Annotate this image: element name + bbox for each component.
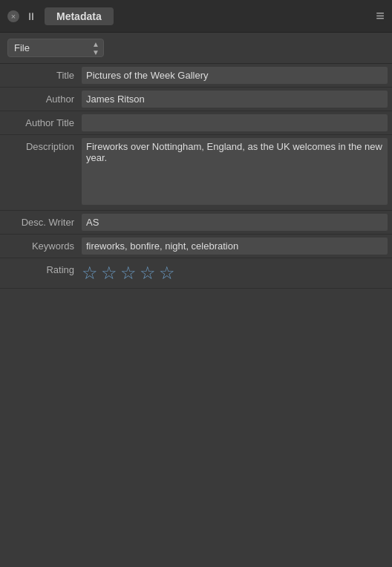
pause-icon: ⏸ <box>26 10 36 22</box>
keywords-value-cell <box>82 235 392 258</box>
panel-title: Metadata <box>45 7 114 25</box>
rating-label: Rating <box>0 258 82 289</box>
titlebar: × ⏸ Metadata ≡ <box>0 0 392 33</box>
rating-row: Rating ☆ ☆ ☆ ☆ ☆ <box>0 258 392 289</box>
keywords-row: Keywords <box>0 235 392 258</box>
title-input[interactable] <box>82 67 388 84</box>
author-title-row: Author Title <box>0 111 392 135</box>
star-1[interactable]: ☆ <box>82 264 98 282</box>
description-value-cell <box>82 135 392 211</box>
desc-writer-row: Desc. Writer <box>0 211 392 235</box>
title-row: Title <box>0 64 392 88</box>
close-icon: × <box>11 12 16 21</box>
keywords-input[interactable] <box>82 237 388 255</box>
desc-writer-value-cell <box>82 211 392 235</box>
star-2[interactable]: ☆ <box>101 264 117 282</box>
rating-value-cell: ☆ ☆ ☆ ☆ ☆ <box>82 258 392 289</box>
author-value-cell <box>82 88 392 111</box>
star-4[interactable]: ☆ <box>140 264 156 282</box>
desc-writer-input[interactable] <box>82 214 388 231</box>
description-label: Description <box>0 135 82 211</box>
author-row: Author <box>0 88 392 111</box>
author-input[interactable] <box>82 91 388 108</box>
empty-lower-area <box>0 289 392 482</box>
file-dropdown-wrapper: File IPTC Exif GPS ▲ ▼ <box>7 39 104 57</box>
description-row: Description <box>0 135 392 211</box>
star-3[interactable]: ☆ <box>120 264 137 282</box>
menu-button[interactable]: ≡ <box>376 7 385 24</box>
desc-writer-label: Desc. Writer <box>0 211 82 235</box>
title-value-cell <box>82 64 392 88</box>
author-title-label: Author Title <box>0 111 82 135</box>
keywords-label: Keywords <box>0 235 82 258</box>
close-button[interactable]: × <box>7 10 19 22</box>
author-title-value-cell <box>82 111 392 135</box>
author-title-input[interactable] <box>82 114 388 131</box>
menu-icon: ≡ <box>376 7 385 24</box>
pause-button[interactable]: ⏸ <box>25 10 37 22</box>
metadata-table: Title Author Author Title Description <box>0 64 392 289</box>
title-label: Title <box>0 64 82 88</box>
file-dropdown[interactable]: File IPTC Exif GPS <box>7 39 104 57</box>
stars-container: ☆ ☆ ☆ ☆ ☆ <box>82 261 388 285</box>
author-label: Author <box>0 88 82 111</box>
dropdown-bar: File IPTC Exif GPS ▲ ▼ <box>0 33 392 64</box>
star-5[interactable]: ☆ <box>159 264 175 282</box>
description-textarea[interactable] <box>82 138 388 205</box>
